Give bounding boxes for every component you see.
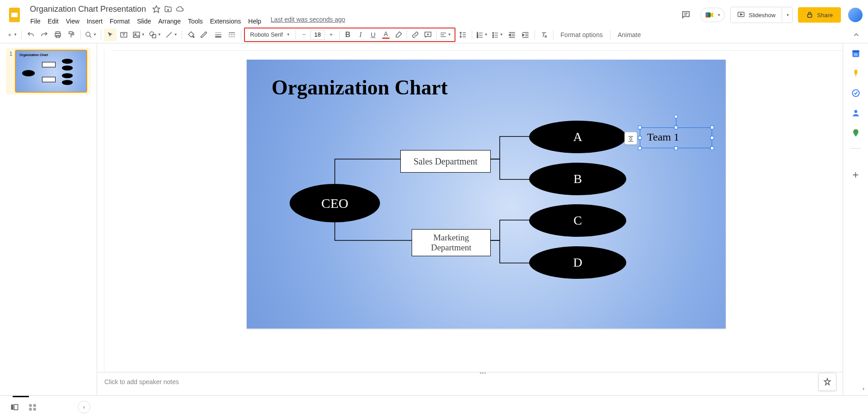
addons-button[interactable]: + [852,169,859,181]
menu-slide[interactable]: Slide [134,16,154,27]
slide-number: 1 [9,50,13,93]
collapse-filmstrip-button[interactable]: ‹ [78,401,90,413]
border-dash-button[interactable] [225,28,238,41]
line-spacing-button[interactable] [456,28,469,41]
highlight-color-button[interactable] [392,28,405,41]
line-tool[interactable]: ▼ [164,28,179,41]
menu-arrange[interactable]: Arrange [155,16,184,27]
node-d[interactable]: D [529,246,626,279]
svg-text:31: 31 [854,52,857,56]
text-color-button[interactable]: A [380,28,392,41]
speaker-notes[interactable]: Click to add speaker notes [97,374,868,395]
slide-thumbnail-1[interactable]: Organization Chart [15,50,87,93]
chevron-down-icon: ▼ [717,13,721,17]
node-b[interactable]: B [529,163,626,195]
svg-rect-70 [29,404,32,407]
move-icon[interactable] [164,5,172,13]
chevron-down-icon: ▼ [286,33,290,37]
calendar-icon[interactable]: 31 [851,49,860,58]
svg-rect-71 [33,404,36,407]
menubar: File Edit View Insert Format Slide Arran… [27,16,677,27]
select-tool[interactable] [104,28,117,41]
align-button[interactable]: ▼ [438,28,453,41]
contacts-icon[interactable] [851,108,860,117]
share-button[interactable]: Share [798,7,841,23]
last-edit-link[interactable]: Last edit was seconds ago [271,16,345,27]
shape-tool[interactable]: ▼ [147,28,163,41]
fontsize-increase[interactable]: + [325,28,338,41]
underline-button[interactable]: U [367,28,380,41]
redo-button[interactable] [38,28,51,41]
doc-title[interactable]: Organization Chart Presentation [27,4,149,15]
fontsize-input[interactable] [310,30,325,40]
svg-rect-1 [11,13,18,17]
user-avatar[interactable] [848,8,863,22]
svg-point-23 [150,32,154,36]
svg-line-25 [166,32,172,38]
node-c[interactable]: C [529,204,626,237]
menu-format[interactable]: Format [107,16,133,27]
collapse-toolbar-button[interactable] [850,28,863,41]
fill-color-button[interactable] [185,28,197,41]
keep-icon[interactable] [851,69,860,78]
svg-rect-8 [706,15,708,18]
border-weight-button[interactable] [212,28,225,41]
animate-button[interactable]: Animate [613,31,645,38]
menu-edit[interactable]: Edit [45,16,62,27]
bulleted-list-button[interactable]: ▼ [490,28,505,41]
font-selector[interactable]: Roboto Serif ▼ [247,29,294,40]
fontsize-decrease[interactable]: − [298,28,310,41]
image-tool[interactable]: ▼ [131,28,146,41]
autofit-button[interactable] [624,132,637,145]
bold-button[interactable]: B [342,28,354,41]
cloud-icon[interactable] [176,5,184,13]
svg-rect-15 [69,32,73,34]
format-options-button[interactable]: Format options [556,31,607,38]
italic-button[interactable]: I [354,28,367,41]
svg-point-52 [493,37,494,38]
svg-rect-69 [14,404,18,410]
grid-view-button[interactable] [28,403,37,412]
tasks-icon[interactable] [851,89,860,98]
svg-rect-21 [133,32,140,38]
zoom-button[interactable]: ▼ [84,28,98,41]
numbered-list-button[interactable]: 123▼ [475,28,489,41]
menu-insert[interactable]: Insert [84,16,106,27]
filmstrip-view-button[interactable] [10,403,19,412]
paint-format-button[interactable] [65,28,78,41]
indent-increase-button[interactable] [519,28,532,41]
new-slide-button[interactable]: ＋▼ [5,28,19,41]
slides-logo[interactable] [5,6,23,24]
textbox-tool[interactable] [117,28,130,41]
textbox-team1[interactable]: Team 1 [647,131,679,143]
hide-sidepanel-button[interactable]: › [863,385,864,392]
node-ceo[interactable]: CEO [290,184,380,222]
undo-button[interactable] [24,28,37,41]
menu-extensions[interactable]: Extensions [207,16,244,27]
menu-tools[interactable]: Tools [185,16,206,27]
menu-help[interactable]: Help [245,16,264,27]
print-button[interactable] [52,28,64,41]
slideshow-button[interactable]: Slideshow [730,7,782,23]
toolbar: ＋▼ ▼ ▼ ▼ ▼ Roboto Serif ▼ − + B I U A [0,26,868,43]
node-sales-dept[interactable]: Sales Department [400,150,491,173]
node-a[interactable]: A [529,121,626,153]
text-toolbar-highlighted: Roboto Serif ▼ − + B I U A ▼ [244,28,455,42]
slideshow-dropdown[interactable]: ▼ [782,7,793,23]
comments-icon[interactable] [677,6,695,24]
border-color-button[interactable] [198,28,211,41]
svg-marker-6 [711,13,713,18]
insert-comment-button[interactable] [422,28,434,41]
explore-button[interactable] [818,373,836,391]
meet-button[interactable]: ▼ [700,8,725,22]
star-icon[interactable] [152,5,160,13]
indent-decrease-button[interactable] [506,28,518,41]
clear-formatting-button[interactable] [538,28,550,41]
slide-canvas[interactable]: Organization Chart CEO Sales Department [247,60,726,329]
slide-title[interactable]: Organization Chart [272,75,448,99]
maps-icon[interactable] [851,128,860,137]
insert-link-button[interactable] [409,28,422,41]
menu-file[interactable]: File [27,16,44,27]
node-marketing-dept[interactable]: Marketing Department [412,229,491,256]
menu-view[interactable]: View [63,16,83,27]
